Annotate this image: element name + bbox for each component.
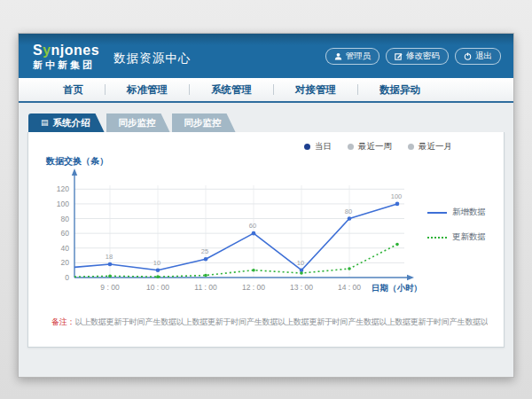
legend-line-sample <box>427 237 447 239</box>
page-title: 数据资源中心 <box>113 51 191 66</box>
svg-text:100: 100 <box>391 192 403 200</box>
data-point <box>252 231 256 236</box>
svg-text:40: 40 <box>61 244 70 253</box>
desktop-background: Synjones 新中新集团 数据资源中心 管理员修改密码退出 首页标准管理系统… <box>0 0 532 399</box>
radio-最近一周[interactable]: 最近一周 <box>348 141 392 153</box>
tab-bar: ▤系统介绍同步监控同步监控 <box>27 113 505 132</box>
user-action-退出[interactable]: 退出 <box>455 48 501 65</box>
user-action-管理员[interactable]: 管理员 <box>325 48 380 65</box>
grid <box>74 185 404 278</box>
legend-item-更新数据[interactable]: 更新数据 <box>427 231 486 243</box>
y-axis-title: 数据交换（条） <box>45 156 108 166</box>
data-point <box>395 202 400 207</box>
svg-text:60: 60 <box>61 229 70 238</box>
x-axis-title: 日期（小时） <box>372 283 422 293</box>
content-area: ▤系统介绍同步监控同步监控 当日最近一周最近一月 020406080100120… <box>19 103 513 377</box>
nav-item-系统管理[interactable]: 系统管理 <box>190 78 273 101</box>
footnote: 备注：以上数据更新于时间产生数据以上数据更新于时间产生数据以上数据更新于时间产生… <box>41 317 488 328</box>
user-action-修改密码[interactable]: 修改密码 <box>386 48 449 65</box>
company-name: 新中新集团 <box>33 60 99 70</box>
user-action-label: 管理员 <box>346 51 372 62</box>
footnote-text: 以上数据更新于时间产生数据以上数据更新于时间产生数据以上数据更新于时间产生数据以… <box>74 317 488 326</box>
legend-line-sample <box>427 212 447 214</box>
main-nav: 首页标准管理系统管理对接管理数据异动 <box>19 78 513 103</box>
svg-text:0: 0 <box>65 273 69 282</box>
svg-text:25: 25 <box>201 247 208 255</box>
series-新增数据: 181025601080100 <box>74 192 402 272</box>
app-header: Synjones 新中新集团 数据资源中心 管理员修改密码退出 <box>19 34 513 78</box>
svg-text:14 : 00: 14 : 00 <box>338 283 361 292</box>
nav-item-对接管理[interactable]: 对接管理 <box>274 78 357 101</box>
chart-wrap: 020406080100120数据交换（条）9 : 0010 : 0011 : … <box>41 155 424 311</box>
chart-section: 020406080100120数据交换（条）9 : 0010 : 0011 : … <box>41 155 488 311</box>
svg-text:120: 120 <box>57 184 69 193</box>
svg-text:13 : 00: 13 : 00 <box>290 283 313 292</box>
svg-text:12 : 00: 12 : 00 <box>242 283 265 292</box>
line-chart: 020406080100120数据交换（条）9 : 0010 : 0011 : … <box>41 155 424 308</box>
data-point <box>156 275 160 278</box>
brand-logo: Synjones 新中新集团 <box>33 43 99 70</box>
power-icon <box>464 52 472 60</box>
tab-同步监控[interactable]: 同步监控 <box>106 113 170 132</box>
x-axis: 9 : 0010 : 0011 : 0012 : 0013 : 0014 : 0… <box>74 275 422 293</box>
svg-text:100: 100 <box>57 200 69 208</box>
radio-label: 最近一周 <box>358 141 392 153</box>
svg-text:20: 20 <box>61 258 70 267</box>
radio-dot-icon <box>408 144 414 150</box>
tab-label: 同步监控 <box>119 113 156 132</box>
footnote-prefix: 备注： <box>51 317 74 326</box>
svg-text:80: 80 <box>345 207 352 215</box>
data-point <box>348 267 351 270</box>
data-point <box>108 275 112 278</box>
user-action-label: 退出 <box>475 51 492 62</box>
svg-text:10 : 00: 10 : 00 <box>146 283 169 292</box>
chart-legend: 新增数据更新数据 <box>427 207 486 311</box>
nav-item-首页[interactable]: 首页 <box>42 78 105 101</box>
nav-item-数据异动[interactable]: 数据异动 <box>358 78 442 101</box>
data-point <box>204 257 208 262</box>
svg-text:10: 10 <box>153 259 160 267</box>
radio-当日[interactable]: 当日 <box>304 141 332 153</box>
svg-text:80: 80 <box>61 215 70 223</box>
tab-label: 系统介绍 <box>53 113 90 132</box>
radio-dot-icon <box>348 144 354 150</box>
data-point <box>156 268 160 272</box>
radio-dot-icon <box>304 144 310 150</box>
content-panel: 当日最近一周最近一月 020406080100120数据交换（条）9 : 001… <box>27 132 505 348</box>
user-actions: 管理员修改密码退出 <box>325 48 502 65</box>
radio-label: 当日 <box>315 141 332 153</box>
tab-label: 同步监控 <box>184 113 222 132</box>
legend-label: 更新数据 <box>452 231 486 243</box>
radio-最近一月[interactable]: 最近一月 <box>408 141 452 153</box>
legend-item-新增数据[interactable]: 新增数据 <box>427 207 486 218</box>
svg-text:18: 18 <box>106 253 113 261</box>
svg-text:60: 60 <box>249 222 256 230</box>
app-window: Synjones 新中新集团 数据资源中心 管理员修改密码退出 首页标准管理系统… <box>18 33 514 378</box>
user-icon <box>334 52 342 60</box>
data-point <box>108 262 113 267</box>
nav-item-标准管理[interactable]: 标准管理 <box>106 78 189 101</box>
data-point <box>348 216 352 221</box>
svg-text:11 : 00: 11 : 00 <box>194 283 217 292</box>
svg-text:10: 10 <box>297 259 304 267</box>
edit-icon <box>395 52 403 60</box>
data-point <box>395 243 399 246</box>
user-action-label: 修改密码 <box>406 51 440 62</box>
date-range-filters: 当日最近一周最近一月 <box>41 140 488 153</box>
tab-同步监控[interactable]: 同步监控 <box>172 113 236 132</box>
document-icon: ▤ <box>41 119 49 127</box>
data-point <box>300 271 303 275</box>
legend-label: 新增数据 <box>452 207 486 218</box>
data-point <box>204 274 207 278</box>
svg-text:9 : 00: 9 : 00 <box>100 283 120 292</box>
radio-label: 最近一月 <box>419 141 452 153</box>
brand-name: Synjones <box>33 43 99 58</box>
tab-系统介绍[interactable]: ▤系统介绍 <box>28 113 105 132</box>
data-point <box>252 269 255 272</box>
